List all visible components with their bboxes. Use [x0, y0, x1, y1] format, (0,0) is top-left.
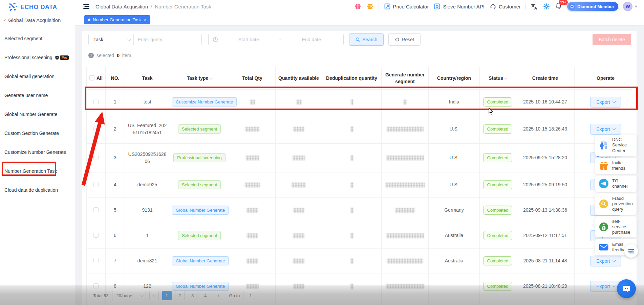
start-date-input[interactable]	[221, 37, 277, 42]
row-checkbox[interactable]	[93, 99, 99, 104]
end-date-input[interactable]	[283, 37, 339, 42]
header-actions: Price Calculator Sieve Number API Custom…	[354, 2, 638, 11]
date-range-picker[interactable]: -	[208, 34, 344, 45]
page-button-3[interactable]: 3	[188, 291, 197, 300]
export-button[interactable]: Export	[590, 281, 621, 292]
query-type-select[interactable]: Task	[89, 34, 134, 45]
export-button-label: Export	[596, 258, 610, 264]
search-button[interactable]: Search	[349, 33, 384, 46]
selection-prefix: selected	[96, 53, 114, 58]
column-header-label: Status	[489, 75, 503, 81]
quick-menu-item-label: DNC Service Center	[612, 137, 634, 154]
quick-menu-item-invite-friends[interactable]: Invite friends	[595, 158, 637, 174]
membership-badge[interactable]: Diamond Member	[567, 2, 618, 11]
sidebar-item-professional-screening[interactable]: Professional screeningPro	[0, 48, 75, 67]
settings-gear-icon[interactable]	[543, 3, 550, 10]
chevron-down-icon[interactable]: ▼	[634, 4, 638, 8]
quick-menu-item-self-service-purchase[interactable]: $self-service purchase	[595, 216, 637, 238]
row-checkbox[interactable]	[93, 126, 99, 131]
reset-button[interactable]: Reset	[388, 33, 421, 46]
task-type-badge: Selected segment	[178, 124, 221, 134]
task-type-cell: Global Number Generate	[170, 248, 229, 274]
row-checkbox[interactable]	[93, 233, 99, 238]
column-header-all: All	[87, 67, 106, 90]
status-badge: Completed	[483, 206, 513, 215]
nav-customer[interactable]: Customer	[489, 3, 521, 10]
sort-caret-icon[interactable]	[209, 76, 213, 80]
column-header-task-type[interactable]: Task type	[170, 67, 229, 90]
quick-menu-item-dnc-service-center[interactable]: DNC Service Center	[595, 135, 637, 156]
sidebar-item-cloud-data-de-duplication[interactable]: Cloud data de duplication	[0, 181, 75, 200]
batch-delete-button[interactable]: Batch delete	[593, 34, 631, 45]
redacted-value	[293, 259, 305, 264]
redacted-value	[296, 100, 301, 105]
notifications-bell[interactable]: 99+	[555, 2, 562, 11]
tab-close-icon[interactable]: ×	[144, 18, 146, 22]
task-name-cell: test	[125, 89, 170, 115]
row-checkbox[interactable]	[93, 283, 99, 288]
sidebar-item-global-email-generation[interactable]: Global email generation	[0, 67, 75, 86]
row-checkbox[interactable]	[93, 182, 99, 187]
task-name-cell: US_Featured_20251015182451	[125, 115, 170, 143]
quick-menu-item-tg-channel[interactable]: TG channel	[595, 175, 637, 192]
quantity-available-cell	[276, 89, 322, 115]
collapse-menu-icon[interactable]	[83, 3, 90, 10]
logo[interactable]: Echo Data	[0, 0, 75, 14]
row-checkbox[interactable]	[93, 155, 99, 160]
status-badge: Completed	[483, 231, 513, 240]
redacted-value	[293, 233, 305, 238]
row-select-cell	[87, 115, 106, 143]
quantity-available-cell	[276, 248, 322, 274]
table-row: 1testCustomize Number GenerateIndiaCompl…	[87, 89, 633, 115]
sidebar-item-custom-section-generate[interactable]: Custom Section Generate	[0, 124, 75, 143]
export-button[interactable]: Export	[590, 97, 621, 108]
status-badge: Completed	[483, 256, 513, 266]
sidebar-item-generate-user-name[interactable]: Generate user name	[0, 86, 75, 105]
redacted-value	[350, 155, 353, 161]
chevron-left-icon: ‹	[153, 293, 155, 298]
nav-sieve-number-api[interactable]: Sieve Number API	[433, 3, 485, 10]
query-input[interactable]	[134, 34, 201, 45]
total-qty-cell	[229, 197, 276, 223]
sidebar-item-number-generation-task[interactable]: Number Generation Task	[0, 162, 75, 181]
gift-icon[interactable]	[354, 3, 362, 10]
export-button-label: Export	[596, 284, 610, 289]
sidebar-back[interactable]: ‹ Global Data Acquisition	[0, 14, 75, 26]
sidebar-item-selected-segment[interactable]: Selected segment	[0, 29, 75, 48]
translate-icon[interactable]: 文 A	[531, 3, 538, 10]
prev-page-button[interactable]: ‹	[149, 291, 159, 300]
breadcrumb-parent[interactable]: Global Data Acquisition	[95, 4, 148, 9]
page-button-2[interactable]: 2	[175, 291, 185, 300]
goto-page-input[interactable]	[243, 291, 258, 300]
create-time-cell: 2025-09-13 14:38:36	[516, 197, 575, 223]
create-time-cell: 2025-10-16 10:44:27	[516, 89, 575, 115]
column-header-status[interactable]: Status	[480, 67, 516, 90]
task-type-badge: Customize Number Generate	[172, 97, 237, 107]
wallet-card-icon[interactable]	[366, 3, 374, 10]
page-button-4[interactable]: 4	[201, 291, 210, 300]
next-page-button[interactable]: ›	[214, 291, 223, 300]
row-checkbox[interactable]	[93, 258, 99, 263]
task-name-cell: demo925	[125, 172, 170, 197]
sort-caret-icon[interactable]	[504, 76, 507, 80]
page-size-select[interactable]: 20/page	[112, 291, 146, 300]
export-button[interactable]: Export	[590, 124, 621, 135]
redacted-value	[350, 233, 353, 239]
status-cell: Completed	[480, 274, 516, 299]
nav-price-calculator[interactable]: Price Calculator	[384, 3, 429, 10]
export-button[interactable]: Export	[590, 256, 621, 266]
column-header-label: Quantity available	[278, 75, 319, 81]
sidebar-menu: Selected segmentProfessional screeningPr…	[0, 29, 75, 200]
status-cell: Completed	[480, 223, 516, 248]
select-all-checkbox[interactable]	[89, 75, 94, 80]
row-checkbox[interactable]	[93, 207, 99, 212]
sidebar-item-global-number-generate[interactable]: Global Number Generate	[0, 105, 75, 124]
country-region-cell: U.S.	[429, 143, 480, 172]
quick-menu-item-fraud-prevention-query[interactable]: Fraud prevention query	[595, 193, 637, 215]
quick-menu-toggle-button[interactable]	[624, 244, 638, 258]
tab-number-generation-task[interactable]: Number Generation Task ×	[84, 15, 150, 24]
sidebar-item-customize-number-generate[interactable]: Customize Number Generate	[0, 143, 75, 162]
avatar[interactable]: W	[623, 2, 632, 11]
page-button-1[interactable]: 1	[162, 291, 172, 300]
live-chat-button[interactable]	[617, 279, 636, 298]
